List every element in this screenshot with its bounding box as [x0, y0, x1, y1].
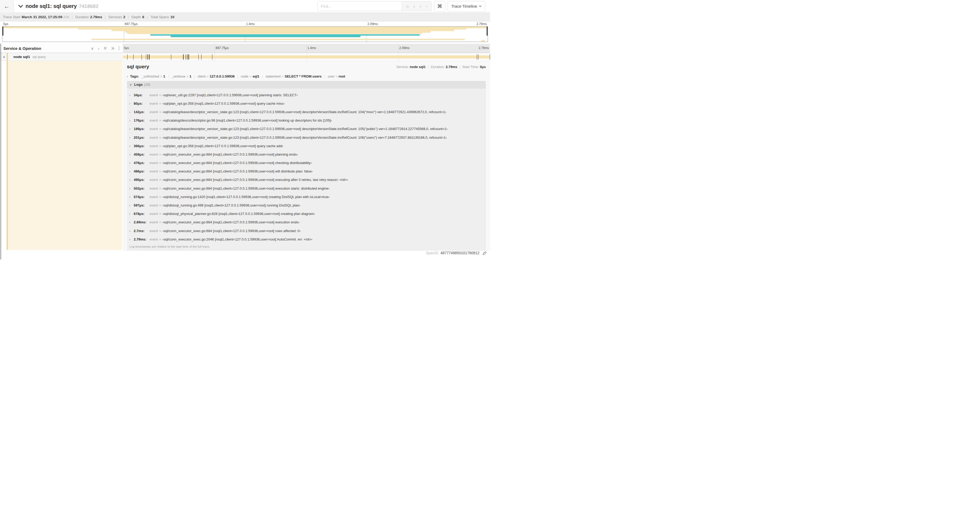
log-field-value: ‹sql/conn_executor_exec.go:684 [nsql1,cl…: [162, 169, 312, 173]
log-field-key: event: [150, 195, 158, 199]
service-color-bar: [6, 53, 8, 61]
logs-header[interactable]: ∨ Logs (18): [127, 81, 486, 88]
log-field-key: event: [150, 212, 158, 216]
log-entry-row[interactable]: ›495μs:event=‹sql/conn_executor_exec.go:…: [127, 176, 486, 184]
log-expand-chevron-icon[interactable]: ›: [129, 195, 134, 199]
collapse-all-icon[interactable]: [103, 46, 107, 50]
log-field-key: event: [150, 187, 158, 190]
detail-operation-title: sql query: [127, 64, 149, 70]
summary-item-suffix: .326: [62, 15, 69, 19]
log-expand-chevron-icon[interactable]: ›: [129, 187, 134, 190]
time-tick-label: 2.09ms: [368, 22, 378, 26]
log-expand-chevron-icon[interactable]: ›: [129, 237, 134, 241]
log-marker-tick: [490, 54, 490, 60]
tag-equals: =: [207, 74, 208, 78]
summary-item-label: Depth: [132, 15, 141, 19]
log-equals: =: [159, 169, 161, 173]
find-bar: ◎ ∧ ∨ ×: [317, 1, 431, 11]
log-entry-row[interactable]: ›189μs:event=‹sql/catalog/lease/descript…: [127, 125, 486, 133]
log-expand-chevron-icon[interactable]: ›: [129, 110, 134, 114]
log-field-value: ‹sql/conn_executor_exec.go:684 [nsql1,cl…: [162, 220, 299, 224]
back-button[interactable]: ←: [0, 0, 14, 13]
log-equals: =: [159, 195, 161, 199]
log-entry-row[interactable]: ›34μs:event=‹sql/exec_util.go:2297 [nsql…: [127, 91, 486, 99]
viewrange-right-handle[interactable]: [487, 27, 488, 35]
time-tick-label: 1.4ms: [246, 22, 255, 26]
log-timestamp: 574μs:: [134, 195, 150, 199]
log-entry-row[interactable]: ›2.69ms:event=‹sql/conn_executor_exec.go…: [127, 218, 486, 227]
log-expand-chevron-icon[interactable]: ›: [129, 127, 134, 131]
tag-separator: |: [168, 74, 169, 78]
left-scroll-edge: [0, 44, 1, 260]
log-expand-chevron-icon[interactable]: ›: [129, 220, 134, 224]
log-entry-row[interactable]: ›476μs:event=‹sql/conn_executor_exec.go:…: [127, 159, 486, 167]
log-entry-row[interactable]: ›597μs:event=‹sql/distsql_running.go:498…: [127, 201, 486, 209]
logs-collapse-chevron-icon[interactable]: ∨: [130, 83, 132, 86]
locate-match-icon[interactable]: ◎: [406, 4, 409, 8]
log-entry-row[interactable]: ›502μs:event=‹sql/conn_executor_exec.go:…: [127, 184, 486, 193]
grid-header: Service & Operation ∨ › 0μs697.75μs1.4ms…: [0, 44, 490, 53]
minimap-canvas[interactable]: [2, 26, 488, 42]
expand-one-icon[interactable]: ›: [98, 46, 99, 50]
tags-expand-chevron-icon[interactable]: ›: [127, 74, 128, 78]
keyboard-shortcuts-button[interactable]: ⌘: [434, 1, 445, 11]
next-match-icon[interactable]: ∨: [419, 4, 422, 8]
collapse-one-icon[interactable]: ∨: [91, 46, 94, 50]
log-expand-chevron-icon[interactable]: ›: [129, 144, 134, 148]
timeline-gridline: [306, 53, 307, 61]
span-timeline-cell[interactable]: [123, 53, 490, 61]
logs-title: Logs: [134, 83, 143, 86]
log-expand-chevron-icon[interactable]: ›: [129, 169, 134, 173]
prev-match-icon[interactable]: ∧: [413, 4, 415, 8]
column-resizer-handle[interactable]: [119, 46, 121, 50]
summary-separator: |: [105, 15, 106, 19]
log-marker-tick: [133, 54, 134, 60]
command-icon: ⌘: [438, 3, 442, 9]
log-expand-chevron-icon[interactable]: ›: [129, 229, 134, 233]
log-marker-tick: [171, 54, 171, 60]
log-entry-row[interactable]: ›2.79ms:event=‹sql/conn_executor_exec.go…: [127, 235, 486, 243]
log-entry-row[interactable]: ›80μs:event=‹sql/plan_opt.go:358 [nsql1,…: [127, 99, 486, 108]
log-expand-chevron-icon[interactable]: ›: [129, 102, 134, 105]
log-equals: =: [159, 127, 161, 131]
service-name: node sql1: [13, 55, 30, 59]
log-entry-row[interactable]: ›366μs:event=‹sql/plan_opt.go:358 [nsql1…: [127, 142, 486, 150]
log-expand-chevron-icon[interactable]: ›: [129, 161, 134, 165]
log-entry-row[interactable]: ›459μs:event=‹sql/conn_executor_exec.go:…: [127, 150, 486, 158]
log-timestamp: 34μs:: [134, 93, 150, 97]
log-expand-chevron-icon[interactable]: ›: [129, 178, 134, 182]
log-expand-chevron-icon[interactable]: ›: [129, 152, 134, 156]
tag-value: 127.0.0.1:59936: [210, 74, 235, 78]
span-collapse-chevron-icon[interactable]: ∨: [3, 55, 6, 59]
log-entry-row[interactable]: ›574μs:event=‹sql/distsql_running.go:142…: [127, 193, 486, 201]
log-field-value: ‹sql/conn_executor_exec.go:684 [nsql1,cl…: [162, 187, 329, 190]
log-entry-row[interactable]: ›486μs:event=‹sql/conn_executor_exec.go:…: [127, 167, 486, 176]
log-field-value: ‹sql/exec_util.go:2297 [nsql1,client=127…: [162, 93, 298, 97]
detail-meta: Service: node sql1|Duration: 2.79ms|Star…: [396, 65, 486, 69]
log-entry-row[interactable]: ›2.7ms:event=‹sql/conn_executor_exec.go:…: [127, 227, 486, 235]
deep-link-icon[interactable]: [482, 251, 486, 255]
log-expand-chevron-icon[interactable]: ›: [129, 93, 134, 97]
log-entry-row[interactable]: ›201μs:event=‹sql/catalog/lease/descript…: [127, 133, 486, 142]
log-expand-chevron-icon[interactable]: ›: [129, 136, 134, 139]
log-entry-row[interactable]: ›678μs:event=‹sql/distsql_physical_plann…: [127, 210, 486, 218]
span-row[interactable]: ∨ node sql1 sql query: [0, 53, 490, 61]
log-entry-row[interactable]: ›176μs:event=‹sql/catalog/descs/descript…: [127, 116, 486, 125]
log-field-value: ‹sql/catalog/lease/descriptor_version_st…: [162, 127, 448, 131]
log-entry-row[interactable]: ›142μs:event=‹sql/catalog/lease/descript…: [127, 108, 486, 116]
top-bar: ← node sql1: sql query7418682 ◎ ∧ ∨ × ⌘: [0, 0, 490, 13]
log-expand-chevron-icon[interactable]: ›: [129, 118, 134, 122]
expand-all-icon[interactable]: [111, 47, 115, 50]
viewrange-left-handle[interactable]: [2, 27, 3, 35]
timeline-gridline: [215, 53, 215, 61]
log-expand-chevron-icon[interactable]: ›: [129, 203, 134, 207]
span-name-cell[interactable]: ∨ node sql1 sql query: [0, 53, 123, 61]
log-expand-chevron-icon[interactable]: ›: [129, 212, 134, 216]
log-marker-tick: [478, 54, 479, 60]
tags-row[interactable]: › Tags: _unfinished=1|_verbose=1|client=…: [123, 72, 490, 81]
clear-find-icon[interactable]: ×: [425, 4, 428, 8]
trace-view-selector-button[interactable]: Trace Timeline: [448, 1, 485, 11]
find-input[interactable]: [317, 1, 402, 11]
time-tick-label: 2.79ms: [477, 22, 487, 26]
trace-collapse-chevron-icon[interactable]: [18, 5, 23, 8]
